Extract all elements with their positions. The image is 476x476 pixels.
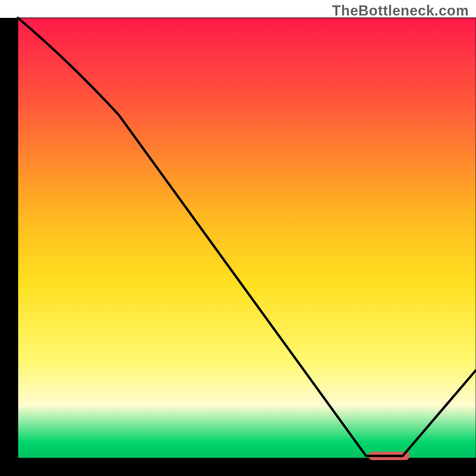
watermark-text: TheBottleneck.com <box>332 2 469 19</box>
svg-rect-1 <box>0 18 18 476</box>
svg-rect-2 <box>0 458 476 476</box>
bottleneck-chart <box>0 0 476 476</box>
plot-background <box>18 18 476 458</box>
chart-container: TheBottleneck.com <box>0 0 476 476</box>
